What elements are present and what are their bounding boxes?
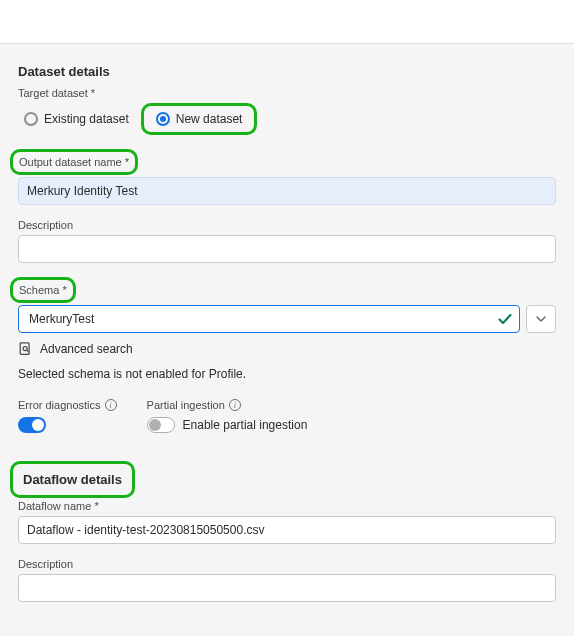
radio-new-dataset[interactable]: New dataset	[150, 108, 249, 130]
dataset-description-input[interactable]	[18, 235, 556, 263]
dataflow-details-title: Dataflow details	[23, 472, 122, 487]
radio-unchecked-icon	[24, 112, 38, 126]
schema-combobox[interactable]	[18, 305, 520, 333]
radio-checked-icon	[156, 112, 170, 126]
schema-input[interactable]	[27, 311, 491, 327]
svg-point-1	[23, 347, 27, 351]
output-dataset-name-label: Output dataset name *	[19, 156, 129, 168]
partial-ingestion-toggle[interactable]	[147, 417, 175, 433]
schema-dropdown-button[interactable]	[526, 305, 556, 333]
dataset-details-title: Dataset details	[18, 64, 556, 79]
search-doc-icon	[18, 341, 34, 357]
target-dataset-label: Target dataset *	[18, 87, 556, 99]
dataflow-name-label: Dataflow name *	[18, 500, 556, 512]
info-icon[interactable]: i	[229, 399, 241, 411]
partial-ingestion-text: Enable partial ingestion	[183, 418, 308, 432]
dataset-description-label: Description	[18, 219, 556, 231]
output-dataset-name-input[interactable]	[18, 177, 556, 205]
dataflow-name-input[interactable]	[18, 516, 556, 544]
top-bar	[0, 0, 574, 44]
dataflow-description-label: Description	[18, 558, 556, 570]
svg-line-2	[27, 350, 29, 352]
advanced-search-link[interactable]: Advanced search	[18, 341, 556, 357]
error-diagnostics-toggle[interactable]	[18, 417, 46, 433]
schema-profile-note: Selected schema is not enabled for Profi…	[18, 367, 556, 381]
partial-ingestion-label: Partial ingestion	[147, 399, 225, 411]
chevron-down-icon	[535, 313, 547, 325]
dataflow-description-input[interactable]	[18, 574, 556, 602]
info-icon[interactable]: i	[105, 399, 117, 411]
radio-existing-dataset[interactable]: Existing dataset	[18, 108, 135, 130]
checkmark-icon	[497, 311, 513, 327]
error-diagnostics-label: Error diagnostics	[18, 399, 101, 411]
schema-label: Schema *	[19, 284, 67, 296]
